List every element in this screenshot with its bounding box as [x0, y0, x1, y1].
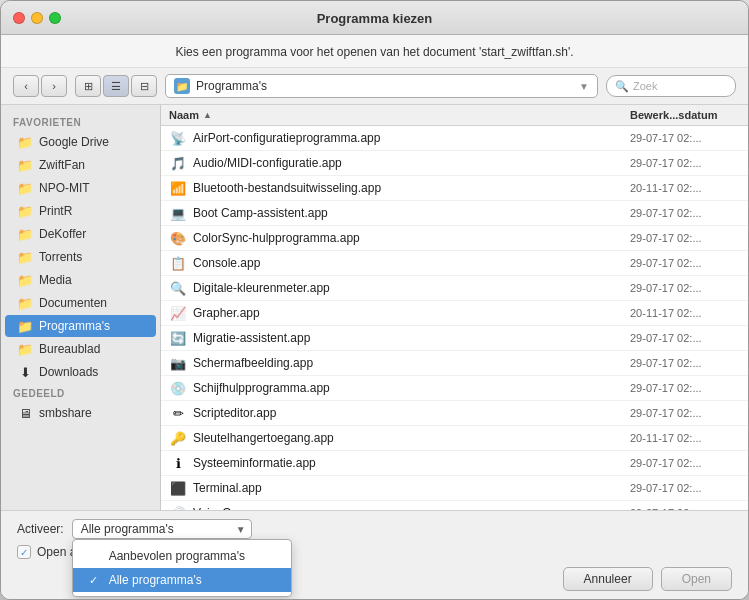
- downloads-icon: ⬇: [17, 364, 33, 380]
- file-name: Terminal.app: [193, 481, 630, 495]
- activeer-label: Activeer:: [17, 522, 64, 536]
- col-name-header[interactable]: Naam ▲: [169, 109, 630, 121]
- close-button[interactable]: [13, 12, 25, 24]
- file-name: Schermafbeelding.app: [193, 356, 630, 370]
- sidebar: FAVORIETEN 📁 Google Drive 📁 ZwiftFan 📁 N…: [1, 105, 161, 510]
- activeer-select[interactable]: Alle programma's: [72, 519, 252, 539]
- col-date-header[interactable]: Bewerk...sdatum: [630, 109, 740, 121]
- file-list-header: Naam ▲ Bewerk...sdatum: [161, 105, 748, 126]
- file-date: 29-07-17 02:...: [630, 207, 740, 219]
- file-date: 29-07-17 02:...: [630, 457, 740, 469]
- media-icon: 📁: [17, 272, 33, 288]
- file-icon: 🔍: [169, 279, 187, 297]
- view-columns-button[interactable]: ⊟: [131, 75, 157, 97]
- open-always-checkbox[interactable]: ✓: [17, 545, 31, 559]
- sidebar-item-torrents[interactable]: 📁 Torrents: [5, 246, 156, 268]
- file-date: 20-11-17 02:...: [630, 432, 740, 444]
- sidebar-item-label: Downloads: [39, 365, 98, 379]
- dialog-title: Programma kiezen: [317, 11, 433, 26]
- file-date: 20-11-17 02:...: [630, 182, 740, 194]
- location-folder-icon: 📁: [174, 78, 190, 94]
- file-date: 29-07-17 02:...: [630, 382, 740, 394]
- search-bar[interactable]: 🔍 Zoek: [606, 75, 736, 97]
- table-row[interactable]: ℹ Systeeminformatie.app 29-07-17 02:...: [161, 451, 748, 476]
- sidebar-item-documenten[interactable]: 📁 Documenten: [5, 292, 156, 314]
- file-icon: 📶: [169, 179, 187, 197]
- dropdown-item-aanbevolen[interactable]: Aanbevolen programma's: [73, 544, 291, 568]
- file-list: 📡 AirPort-configuratieprogramma.app 29-0…: [161, 126, 748, 510]
- sidebar-item-bureaublad[interactable]: 📁 Bureaublad: [5, 338, 156, 360]
- forward-button[interactable]: ›: [41, 75, 67, 97]
- table-row[interactable]: ⬛ Terminal.app 29-07-17 02:...: [161, 476, 748, 501]
- table-row[interactable]: 🎵 Audio/MIDI-configuratie.app 29-07-17 0…: [161, 151, 748, 176]
- back-button[interactable]: ‹: [13, 75, 39, 97]
- sidebar-item-programmas[interactable]: 📁 Programma's: [5, 315, 156, 337]
- sidebar-item-dekoffer[interactable]: 📁 DeKoffer: [5, 223, 156, 245]
- dropdown-menu: Aanbevolen programma's ✓ Alle programma'…: [72, 539, 292, 597]
- location-bar[interactable]: 📁 Programma's ▼: [165, 74, 598, 98]
- table-row[interactable]: 🔄 Migratie-assistent.app 29-07-17 02:...: [161, 326, 748, 351]
- file-name: Systeeminformatie.app: [193, 456, 630, 470]
- file-name: Console.app: [193, 256, 630, 270]
- activeer-row: Activeer: Alle programma's ▼ Aanbevolen …: [17, 519, 732, 539]
- table-row[interactable]: 💻 Boot Camp-assistent.app 29-07-17 02:..…: [161, 201, 748, 226]
- title-bar: Programma kiezen: [1, 1, 748, 35]
- sidebar-item-google-drive[interactable]: 📁 Google Drive: [5, 131, 156, 153]
- table-row[interactable]: 🔑 Sleutelhangertoegang.app 20-11-17 02:.…: [161, 426, 748, 451]
- table-row[interactable]: 📋 Console.app 29-07-17 02:...: [161, 251, 748, 276]
- sidebar-item-printr[interactable]: 📁 PrintR: [5, 200, 156, 222]
- sidebar-item-label: NPO-MIT: [39, 181, 90, 195]
- sidebar-item-label: Google Drive: [39, 135, 109, 149]
- shared-label: GEDEELD: [1, 384, 160, 401]
- file-icon: 📡: [169, 129, 187, 147]
- file-date: 29-07-17 02:...: [630, 482, 740, 494]
- sidebar-item-label: ZwiftFan: [39, 158, 85, 172]
- sidebar-item-downloads[interactable]: ⬇ Downloads: [5, 361, 156, 383]
- table-row[interactable]: 🎨 ColorSync-hulpprogramma.app 29-07-17 0…: [161, 226, 748, 251]
- view-icon-button[interactable]: ⊞: [75, 75, 101, 97]
- toolbar: ‹ › ⊞ ☰ ⊟ 📁 Programma's ▼ 🔍 Zoek: [1, 68, 748, 105]
- cancel-button[interactable]: Annuleer: [563, 567, 653, 591]
- file-icon: ⬛: [169, 479, 187, 497]
- file-date: 29-07-17 02:...: [630, 282, 740, 294]
- file-name: Migratie-assistent.app: [193, 331, 630, 345]
- smbshare-icon: 🖥: [17, 405, 33, 421]
- table-row[interactable]: ✏ Scripteditor.app 29-07-17 02:...: [161, 401, 748, 426]
- file-name: Grapher.app: [193, 306, 630, 320]
- table-row[interactable]: 💿 Schijfhulpprogramma.app 29-07-17 02:..…: [161, 376, 748, 401]
- file-icon: 📋: [169, 254, 187, 272]
- dropdown-item-alle[interactable]: ✓ Alle programma's: [73, 568, 291, 592]
- view-list-button[interactable]: ☰: [103, 75, 129, 97]
- table-row[interactable]: 🔊 VoiceOver-programma.app 29-07-17 02:..…: [161, 501, 748, 510]
- dekoffer-icon: 📁: [17, 226, 33, 242]
- sidebar-item-label: Bureaublad: [39, 342, 100, 356]
- search-placeholder: Zoek: [633, 80, 657, 92]
- google-drive-icon: 📁: [17, 134, 33, 150]
- sidebar-item-zwiftfan[interactable]: 📁 ZwiftFan: [5, 154, 156, 176]
- file-name: Audio/MIDI-configuratie.app: [193, 156, 630, 170]
- table-row[interactable]: 📡 AirPort-configuratieprogramma.app 29-0…: [161, 126, 748, 151]
- sidebar-item-npo-mit[interactable]: 📁 NPO-MIT: [5, 177, 156, 199]
- maximize-button[interactable]: [49, 12, 61, 24]
- dialog-subtitle: Kies een programma voor het openen van h…: [1, 35, 748, 68]
- file-date: 29-07-17 02:...: [630, 157, 740, 169]
- activeer-select-container: Alle programma's ▼ Aanbevolen programma'…: [72, 519, 252, 539]
- file-icon: ✏: [169, 404, 187, 422]
- file-list-container: Naam ▲ Bewerk...sdatum 📡 AirPort-configu…: [161, 105, 748, 510]
- checkmark-selected-icon: ✓: [89, 574, 103, 587]
- bureaublad-icon: 📁: [17, 341, 33, 357]
- table-row[interactable]: 📈 Grapher.app 20-11-17 02:...: [161, 301, 748, 326]
- table-row[interactable]: 🔍 Digitale-kleurenmeter.app 29-07-17 02:…: [161, 276, 748, 301]
- table-row[interactable]: 📶 Bluetooth-bestandsuitwisseling.app 20-…: [161, 176, 748, 201]
- file-name: Boot Camp-assistent.app: [193, 206, 630, 220]
- file-icon: 💿: [169, 379, 187, 397]
- sidebar-item-smbshare[interactable]: 🖥 smbshare: [5, 402, 156, 424]
- sidebar-item-label: DeKoffer: [39, 227, 86, 241]
- minimize-button[interactable]: [31, 12, 43, 24]
- open-button[interactable]: Open: [661, 567, 732, 591]
- table-row[interactable]: 📷 Schermafbeelding.app 29-07-17 02:...: [161, 351, 748, 376]
- sidebar-item-media[interactable]: 📁 Media: [5, 269, 156, 291]
- file-name: Sleutelhangertoegang.app: [193, 431, 630, 445]
- sidebar-item-label: PrintR: [39, 204, 72, 218]
- location-text: Programma's: [196, 79, 573, 93]
